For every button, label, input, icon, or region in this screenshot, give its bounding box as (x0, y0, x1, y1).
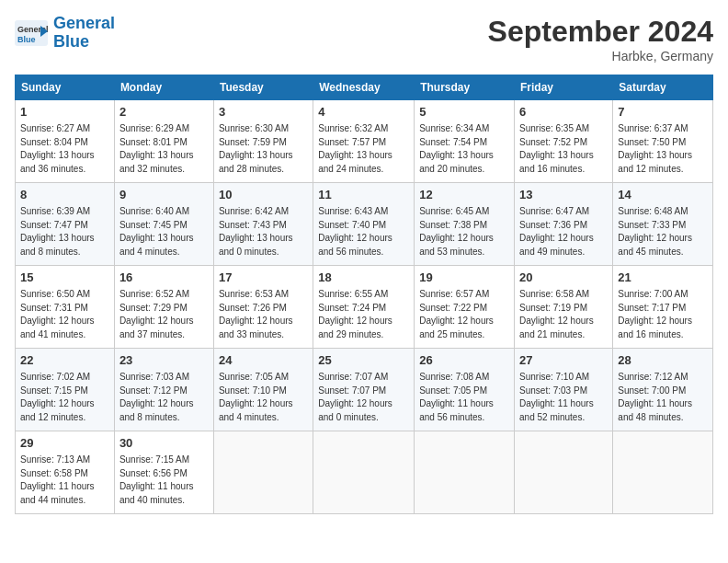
calendar-cell: 22Sunrise: 7:02 AM Sunset: 7:15 PM Dayli… (16, 349, 115, 431)
day-number: 1 (20, 104, 109, 121)
calendar-cell: 3Sunrise: 6:30 AM Sunset: 7:59 PM Daylig… (213, 100, 313, 183)
day-number: 30 (119, 435, 209, 452)
day-detail: Sunrise: 6:34 AM Sunset: 7:54 PM Dayligh… (419, 122, 509, 176)
day-detail: Sunrise: 6:30 AM Sunset: 7:59 PM Dayligh… (219, 122, 308, 176)
day-number: 22 (20, 352, 109, 369)
col-header-monday: Monday (114, 75, 213, 100)
day-number: 24 (219, 352, 308, 369)
day-detail: Sunrise: 7:15 AM Sunset: 6:56 PM Dayligh… (119, 454, 209, 507)
day-detail: Sunrise: 7:07 AM Sunset: 7:07 PM Dayligh… (318, 371, 409, 424)
calendar-cell: 4Sunrise: 6:32 AM Sunset: 7:57 PM Daylig… (313, 100, 415, 183)
svg-text:Blue: Blue (17, 35, 36, 44)
logo-icon: General Blue (15, 20, 48, 46)
calendar-cell (613, 431, 713, 514)
calendar-cell: 12Sunrise: 6:45 AM Sunset: 7:38 PM Dayli… (415, 183, 515, 266)
calendar-cell: 18Sunrise: 6:55 AM Sunset: 7:24 PM Dayli… (313, 266, 415, 349)
day-number: 19 (419, 270, 509, 286)
day-detail: Sunrise: 7:05 AM Sunset: 7:10 PM Dayligh… (219, 371, 308, 424)
col-header-wednesday: Wednesday (313, 75, 415, 100)
day-detail: Sunrise: 6:52 AM Sunset: 7:29 PM Dayligh… (119, 288, 209, 341)
calendar-cell: 5Sunrise: 6:34 AM Sunset: 7:54 PM Daylig… (415, 100, 515, 183)
calendar-cell (313, 431, 415, 514)
logo-general: General (53, 14, 115, 32)
calendar-header-row: SundayMondayTuesdayWednesdayThursdayFrid… (16, 75, 713, 100)
calendar-cell: 9Sunrise: 6:40 AM Sunset: 7:45 PM Daylig… (114, 183, 213, 266)
day-detail: Sunrise: 6:40 AM Sunset: 7:45 PM Dayligh… (119, 205, 209, 259)
calendar-cell: 14Sunrise: 6:48 AM Sunset: 7:33 PM Dayli… (613, 183, 713, 266)
day-number: 18 (318, 270, 409, 286)
calendar-cell: 21Sunrise: 7:00 AM Sunset: 7:17 PM Dayli… (613, 266, 713, 349)
day-number: 12 (419, 187, 509, 203)
calendar-cell: 24Sunrise: 7:05 AM Sunset: 7:10 PM Dayli… (213, 349, 313, 431)
calendar-cell: 15Sunrise: 6:50 AM Sunset: 7:31 PM Dayli… (16, 266, 115, 349)
day-number: 8 (20, 187, 109, 203)
title-block: September 2024 Harbke, Germany (488, 15, 713, 63)
month-title: September 2024 (488, 15, 713, 49)
calendar-cell: 8Sunrise: 6:39 AM Sunset: 7:47 PM Daylig… (16, 183, 115, 266)
calendar-cell: 27Sunrise: 7:10 AM Sunset: 7:03 PM Dayli… (515, 349, 613, 431)
col-header-saturday: Saturday (613, 75, 713, 100)
day-detail: Sunrise: 6:53 AM Sunset: 7:26 PM Dayligh… (219, 288, 308, 341)
col-header-tuesday: Tuesday (213, 75, 313, 100)
day-detail: Sunrise: 7:13 AM Sunset: 6:58 PM Dayligh… (20, 454, 109, 507)
calendar-cell: 2Sunrise: 6:29 AM Sunset: 8:01 PM Daylig… (114, 100, 213, 183)
week-row-1: 1Sunrise: 6:27 AM Sunset: 8:04 PM Daylig… (16, 100, 713, 183)
calendar-cell (415, 431, 515, 514)
location: Harbke, Germany (488, 49, 713, 63)
day-number: 29 (20, 435, 109, 452)
day-number: 17 (219, 270, 308, 286)
week-row-4: 22Sunrise: 7:02 AM Sunset: 7:15 PM Dayli… (16, 349, 713, 431)
day-number: 26 (419, 352, 509, 369)
calendar-cell: 26Sunrise: 7:08 AM Sunset: 7:05 PM Dayli… (415, 349, 515, 431)
calendar-cell: 29Sunrise: 7:13 AM Sunset: 6:58 PM Dayli… (16, 431, 115, 514)
day-detail: Sunrise: 7:08 AM Sunset: 7:05 PM Dayligh… (419, 371, 509, 424)
calendar-cell: 30Sunrise: 7:15 AM Sunset: 6:56 PM Dayli… (114, 431, 213, 514)
calendar-cell (515, 431, 613, 514)
day-number: 4 (318, 104, 409, 121)
calendar-cell: 13Sunrise: 6:47 AM Sunset: 7:36 PM Dayli… (515, 183, 613, 266)
day-detail: Sunrise: 6:29 AM Sunset: 8:01 PM Dayligh… (119, 122, 209, 176)
week-row-2: 8Sunrise: 6:39 AM Sunset: 7:47 PM Daylig… (16, 183, 713, 266)
day-number: 6 (519, 104, 608, 121)
calendar-cell: 28Sunrise: 7:12 AM Sunset: 7:00 PM Dayli… (613, 349, 713, 431)
calendar-cell: 6Sunrise: 6:35 AM Sunset: 7:52 PM Daylig… (515, 100, 613, 183)
day-detail: Sunrise: 7:12 AM Sunset: 7:00 PM Dayligh… (618, 371, 708, 424)
col-header-sunday: Sunday (16, 75, 115, 100)
logo-blue: Blue (53, 32, 89, 51)
calendar-cell: 23Sunrise: 7:03 AM Sunset: 7:12 PM Dayli… (114, 349, 213, 431)
day-number: 9 (119, 187, 209, 203)
day-detail: Sunrise: 7:03 AM Sunset: 7:12 PM Dayligh… (119, 371, 209, 424)
day-number: 15 (20, 270, 109, 286)
calendar-cell: 19Sunrise: 6:57 AM Sunset: 7:22 PM Dayli… (415, 266, 515, 349)
day-number: 5 (419, 104, 509, 121)
day-number: 3 (219, 104, 308, 121)
logo: General Blue General Blue (15, 15, 115, 52)
calendar-table: SundayMondayTuesdayWednesdayThursdayFrid… (15, 75, 713, 514)
day-number: 7 (618, 104, 708, 121)
day-detail: Sunrise: 6:43 AM Sunset: 7:40 PM Dayligh… (318, 205, 409, 259)
page-header: General Blue General Blue September 2024… (15, 15, 713, 63)
day-detail: Sunrise: 6:32 AM Sunset: 7:57 PM Dayligh… (318, 122, 409, 176)
day-detail: Sunrise: 7:02 AM Sunset: 7:15 PM Dayligh… (20, 371, 109, 424)
calendar-cell: 16Sunrise: 6:52 AM Sunset: 7:29 PM Dayli… (114, 266, 213, 349)
week-row-5: 29Sunrise: 7:13 AM Sunset: 6:58 PM Dayli… (16, 431, 713, 514)
logo-text: General Blue (53, 15, 115, 52)
day-number: 23 (119, 352, 209, 369)
day-number: 20 (519, 270, 608, 286)
calendar-cell: 11Sunrise: 6:43 AM Sunset: 7:40 PM Dayli… (313, 183, 415, 266)
day-number: 16 (119, 270, 209, 286)
day-detail: Sunrise: 6:50 AM Sunset: 7:31 PM Dayligh… (20, 288, 109, 341)
calendar-cell: 17Sunrise: 6:53 AM Sunset: 7:26 PM Dayli… (213, 266, 313, 349)
calendar-cell: 10Sunrise: 6:42 AM Sunset: 7:43 PM Dayli… (213, 183, 313, 266)
day-detail: Sunrise: 6:47 AM Sunset: 7:36 PM Dayligh… (519, 205, 608, 259)
day-detail: Sunrise: 6:55 AM Sunset: 7:24 PM Dayligh… (318, 288, 409, 341)
col-header-friday: Friday (515, 75, 613, 100)
day-detail: Sunrise: 6:27 AM Sunset: 8:04 PM Dayligh… (20, 122, 109, 176)
day-number: 28 (618, 352, 708, 369)
day-detail: Sunrise: 6:37 AM Sunset: 7:50 PM Dayligh… (618, 122, 708, 176)
day-detail: Sunrise: 6:39 AM Sunset: 7:47 PM Dayligh… (20, 205, 109, 259)
day-detail: Sunrise: 6:35 AM Sunset: 7:52 PM Dayligh… (519, 122, 608, 176)
day-detail: Sunrise: 6:48 AM Sunset: 7:33 PM Dayligh… (618, 205, 708, 259)
day-number: 14 (618, 187, 708, 203)
day-detail: Sunrise: 6:58 AM Sunset: 7:19 PM Dayligh… (519, 288, 608, 341)
